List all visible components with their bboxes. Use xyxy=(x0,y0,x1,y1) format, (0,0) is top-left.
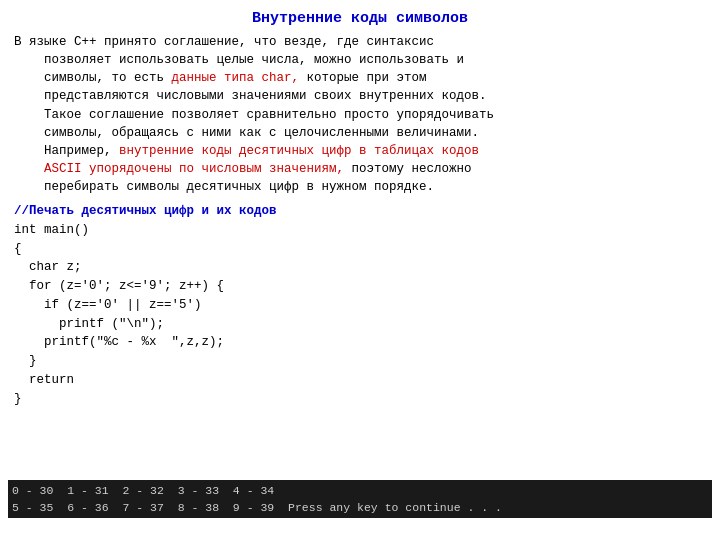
code-line-1: { xyxy=(14,240,706,259)
console-line-1: 0 - 30 1 - 31 2 - 32 3 - 33 4 - 34 xyxy=(12,482,708,499)
code-line-3: for (z='0'; z<='9'; z++) { xyxy=(14,277,706,296)
code-line-8: return xyxy=(14,371,706,390)
code-line-0: int main() xyxy=(14,221,706,240)
page: Внутренние коды символов В языке С++ при… xyxy=(0,0,720,540)
code-line-closing: } xyxy=(14,390,706,409)
page-title: Внутренние коды символов xyxy=(14,10,706,27)
console-line-2: 5 - 35 6 - 36 7 - 37 8 - 38 9 - 39 Press… xyxy=(12,499,708,516)
code-line-6: printf("%c - %x ",z,z); xyxy=(14,333,706,352)
code-comment: //Печать десятичных цифр и их кодов xyxy=(14,202,706,221)
text-red1: данные типа char, xyxy=(172,71,300,85)
code-block: //Печать десятичных цифр и их кодов int … xyxy=(14,202,706,408)
code-line-2: char z; xyxy=(14,258,706,277)
intro-paragraph: В языке С++ принято соглашение, что везд… xyxy=(14,33,706,196)
code-line-4: if (z=='0' || z=='5') xyxy=(14,296,706,315)
code-line-5: printf ("\n"); xyxy=(14,315,706,334)
console-output: 0 - 30 1 - 31 2 - 32 3 - 33 4 - 34 5 - 3… xyxy=(8,480,712,519)
code-line-7: } xyxy=(14,352,706,371)
